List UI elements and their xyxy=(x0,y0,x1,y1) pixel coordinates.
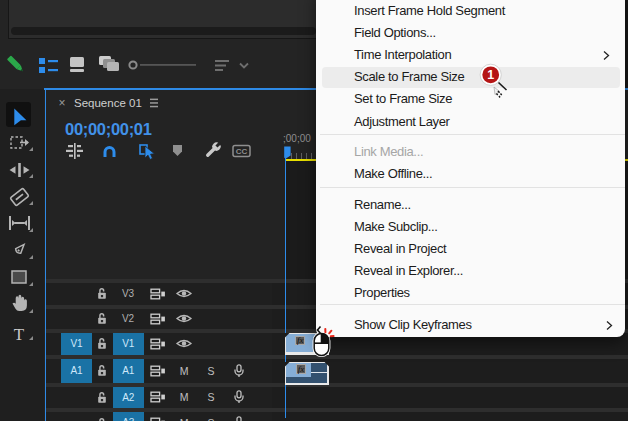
svg-text:1: 1 xyxy=(487,68,494,82)
svg-text:CC: CC xyxy=(236,147,248,156)
svg-text:T: T xyxy=(14,325,25,344)
